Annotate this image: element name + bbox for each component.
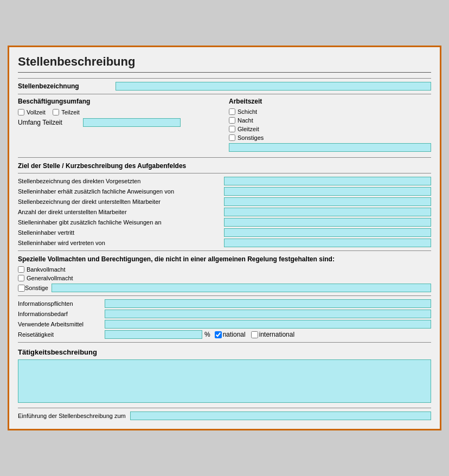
international-label: international bbox=[259, 331, 294, 338]
ziel-section: Ziel der Stelle / Kurzbeschreibung des A… bbox=[18, 162, 431, 170]
schicht-checkbox[interactable] bbox=[229, 108, 235, 115]
ziel-label: Ziel der Stelle / Kurzbeschreibung des A… bbox=[18, 162, 431, 170]
vollzeit-checkbox[interactable] bbox=[18, 109, 24, 115]
sonstige-input[interactable] bbox=[52, 284, 431, 292]
informationsbedarf-label: Informationsbedarf bbox=[18, 311, 105, 317]
reisetaetigkeit-input[interactable] bbox=[105, 330, 202, 339]
table-row: Anzahl der direkt unterstellten Mitarbei… bbox=[18, 208, 431, 216]
stellenbezeichnung-input[interactable] bbox=[116, 82, 431, 91]
table-row: Stellenbezeichnung des direkten Vorgeset… bbox=[18, 177, 431, 185]
informationspflichten-input[interactable] bbox=[105, 299, 431, 308]
row-input-1[interactable] bbox=[224, 187, 431, 196]
informationsbedarf-row: Informationsbedarf bbox=[18, 310, 431, 318]
vollmacht-section: Spezielle Vollmachten und Berechtigungen… bbox=[18, 255, 431, 292]
schicht-label: Schicht bbox=[238, 108, 257, 115]
table-row: Stellenbezeichnung der direkt unterstell… bbox=[18, 197, 431, 206]
sonstiges-checkbox[interactable] bbox=[229, 134, 235, 141]
national-label: national bbox=[223, 331, 246, 338]
sonstige-vollmacht-row: Sonstige bbox=[18, 284, 431, 292]
info-section: Informationspflichten Informationsbedarf… bbox=[18, 299, 431, 339]
table-row: Stelleninhaber erhält zusätzlich fachlic… bbox=[18, 187, 431, 196]
stellenbezeichnung-label: Stellenbezeichnung bbox=[18, 82, 116, 90]
arbeitszeit-col: Arbeitszeit Schicht Nacht Gleitzeit Sons… bbox=[229, 98, 431, 152]
generalvollmacht-label: Generalvollmacht bbox=[27, 275, 73, 281]
informationsbedarf-input[interactable] bbox=[105, 310, 431, 318]
stellenbezeichnung-row: Stellenbezeichnung bbox=[18, 82, 431, 91]
nacht-checkbox[interactable] bbox=[229, 117, 235, 124]
umfang-input[interactable] bbox=[83, 118, 181, 127]
row-input-6[interactable] bbox=[224, 239, 431, 247]
schicht-row: Schicht bbox=[229, 108, 431, 115]
einfuhrung-row: Einführung der Stellenbeschreibung zum bbox=[18, 411, 431, 420]
table-row: Stelleninhaber wird vertreten von bbox=[18, 239, 431, 247]
row-input-5[interactable] bbox=[224, 228, 431, 237]
bankvollmacht-checkbox[interactable] bbox=[18, 266, 24, 273]
gleitzeit-row: Gleitzeit bbox=[229, 126, 431, 132]
sonstiges-row: Sonstiges bbox=[229, 134, 431, 141]
row-input-0[interactable] bbox=[224, 177, 431, 185]
einfuhrung-label: Einführung der Stellenbeschreibung zum bbox=[18, 413, 126, 419]
row-input-2[interactable] bbox=[224, 197, 431, 206]
teilzeit-checkbox[interactable] bbox=[53, 109, 59, 115]
reisetaetigkeit-label: Reisetätigkeit bbox=[18, 331, 105, 338]
national-label-group[interactable]: national bbox=[215, 331, 246, 338]
beschaeftigung-col: Beschäftigungsumfang Vollzeit Teilzeit U… bbox=[18, 98, 220, 152]
gleitzeit-label: Gleitzeit bbox=[238, 126, 259, 132]
umfang-label: Umfang Teilzeit bbox=[18, 119, 83, 126]
page-title: Stellenbeschreibung bbox=[18, 55, 431, 73]
generalvollmacht-row: Generalvollmacht bbox=[18, 275, 431, 281]
form-container: Stellenbeschreibung Stellenbezeichnung B… bbox=[8, 46, 441, 430]
beschaeftigung-label: Beschäftigungsumfang bbox=[18, 98, 220, 105]
row-input-3[interactable] bbox=[224, 208, 431, 216]
row-input-4[interactable] bbox=[224, 218, 431, 227]
table-row: Stelleninhaber vertritt bbox=[18, 228, 431, 237]
umfang-teilzeit-row: Umfang Teilzeit bbox=[18, 118, 220, 127]
row-label-1: Stelleninhaber erhält zusätzlich fachlic… bbox=[18, 188, 224, 195]
arbeitszeit-extra-input[interactable] bbox=[229, 143, 431, 152]
verwendete-label: Verwendete Arbeitsmittel bbox=[18, 321, 105, 327]
row-label-4: Stielleninhaber gibt zusätzlich fachlich… bbox=[18, 219, 224, 226]
bankvollmacht-label: Bankvollmacht bbox=[27, 266, 66, 273]
vollmacht-header: Spezielle Vollmachten und Berechtigungen… bbox=[18, 255, 431, 263]
nacht-row: Nacht bbox=[229, 117, 431, 124]
row-label-0: Stellenbezeichnung des direkten Vorgeset… bbox=[18, 178, 224, 184]
reisetaetigkeit-row: Reisetätigkeit % national international bbox=[18, 330, 431, 339]
einfuhrung-input[interactable] bbox=[130, 411, 431, 420]
informationspflichten-row: Informationspflichten bbox=[18, 299, 431, 308]
percent-label: % bbox=[204, 331, 210, 338]
bankvollmacht-row: Bankvollmacht bbox=[18, 266, 431, 273]
verwendete-input[interactable] bbox=[105, 320, 431, 329]
vollzeit-label: Vollzeit bbox=[27, 109, 46, 115]
row-label-6: Stelleninhaber wird vertreten von bbox=[18, 240, 224, 246]
arbeitszeit-label: Arbeitszeit bbox=[229, 98, 431, 105]
teilzeit-label: Teilzeit bbox=[61, 109, 80, 115]
gleitzeit-checkbox[interactable] bbox=[229, 126, 235, 132]
sonstige-label: Sonstige bbox=[25, 285, 48, 291]
row-label-5: Stelleninhaber vertritt bbox=[18, 229, 224, 236]
taetigkeit-label: Tätigkeitsbeschreibung bbox=[18, 348, 431, 356]
verwendete-row: Verwendete Arbeitsmittel bbox=[18, 320, 431, 329]
vollzeit-row: Vollzeit Teilzeit bbox=[18, 108, 220, 116]
row-label-2: Stellenbezeichnung der direkt unterstell… bbox=[18, 198, 224, 205]
labeled-rows-section: Stellenbezeichnung des direkten Vorgeset… bbox=[18, 177, 431, 247]
table-row: Stielleninhaber gibt zusätzlich fachlich… bbox=[18, 218, 431, 227]
national-checkbox[interactable] bbox=[215, 331, 222, 338]
beschaeftigung-arbeitszeit-section: Beschäftigungsumfang Vollzeit Teilzeit U… bbox=[18, 98, 431, 152]
sonstige-checkbox[interactable] bbox=[18, 285, 25, 292]
generalvollmacht-checkbox[interactable] bbox=[18, 275, 24, 281]
reise-checks: national international bbox=[215, 331, 294, 338]
taetigkeit-section: Tätigkeitsbeschreibung bbox=[18, 348, 431, 404]
row-label-3: Anzahl der direkt unterstellten Mitarbei… bbox=[18, 209, 224, 215]
sonstiges-label: Sonstiges bbox=[238, 134, 264, 141]
nacht-label: Nacht bbox=[238, 117, 253, 124]
international-label-group[interactable]: international bbox=[251, 331, 294, 338]
international-checkbox[interactable] bbox=[251, 331, 258, 338]
taetigkeit-textarea[interactable] bbox=[18, 359, 431, 403]
informationspflichten-label: Informationspflichten bbox=[18, 300, 105, 307]
